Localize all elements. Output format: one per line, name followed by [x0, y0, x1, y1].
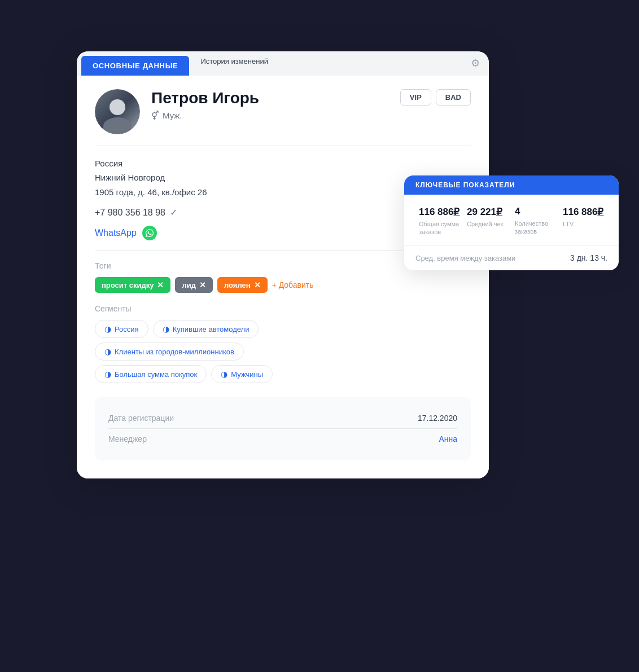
vip-button[interactable]: VIP	[400, 89, 431, 106]
segment-icon: ◑	[104, 324, 111, 333]
tab-header: ОСНОВНЫЕ ДАННЫЕ История изменений ⚙	[77, 51, 489, 76]
tab-basic-data[interactable]: ОСНОВНЫЕ ДАННЫЕ	[81, 56, 189, 76]
tab-history[interactable]: История изменений	[189, 51, 279, 76]
kpi-metrics: 116 886₽ Общая сумма заказов 29 221₽ Сре…	[404, 195, 619, 246]
kpi-total-value: 116 886₽	[419, 206, 460, 218]
kpi-avg-check-label: Средний чек	[467, 220, 508, 228]
vip-bad-buttons: VIP BAD	[400, 89, 471, 106]
kpi-avg-check-value: 29 221₽	[467, 206, 508, 218]
add-tag-button[interactable]: + Добавить	[272, 280, 314, 289]
gender-icon: ⚥	[151, 111, 159, 121]
tag-loyal-text: лоялен	[224, 281, 251, 289]
segment-auto[interactable]: ◑ Купившие автомодели	[153, 320, 259, 338]
info-row-manager: Менеджер Анна	[108, 428, 457, 449]
tag-discount[interactable]: просит скидку ✕	[95, 277, 170, 293]
segment-cities[interactable]: ◑ Клиенты из городов-миллионников	[95, 342, 244, 361]
whatsapp-icon[interactable]	[142, 226, 157, 240]
info-row-regdate: Дата регистрации 17.12.2020	[108, 408, 457, 428]
kpi-avg-time-label: Сред. время между заказами	[415, 254, 515, 262]
bad-button[interactable]: BAD	[436, 89, 471, 106]
avatar-image	[95, 89, 140, 134]
segment-icon-5: ◑	[221, 370, 227, 379]
segment-icon-3: ◑	[104, 347, 111, 356]
kpi-count: 4 Количество заказов	[511, 206, 559, 236]
tag-loyal-close[interactable]: ✕	[254, 280, 261, 289]
kpi-avg-check: 29 221₽ Средний чек	[463, 206, 511, 236]
segments-row-3: ◑ Большая сумма покупок ◑ Мужчины	[95, 365, 471, 383]
kpi-header-title: КЛЮЧЕВЫЕ ПОКАЗАТЕЛИ	[415, 181, 607, 189]
kpi-total-label: Общая сумма заказов	[419, 220, 460, 236]
kpi-count-label: Количество заказов	[515, 219, 556, 236]
manager-value[interactable]: Анна	[439, 434, 457, 443]
profile-gender: ⚥ Муж.	[151, 111, 400, 121]
kpi-ltv-value: 116 886₽	[563, 206, 604, 218]
segment-men[interactable]: ◑ Мужчины	[211, 365, 273, 383]
segment-big-sum[interactable]: ◑ Большая сумма покупок	[95, 365, 207, 383]
kpi-card: КЛЮЧЕВЫЕ ПОКАЗАТЕЛИ 116 886₽ Общая сумма…	[404, 175, 619, 271]
avatar	[95, 89, 140, 134]
profile-section: Петров Игорь ⚥ Муж. VIP BAD	[95, 89, 471, 134]
check-icon: ✓	[170, 207, 177, 218]
tag-lead-close[interactable]: ✕	[199, 280, 206, 289]
tag-discount-text: просит скидку	[102, 281, 154, 289]
kpi-avg-time-value: 3 дн. 13 ч.	[570, 253, 607, 262]
segments-label: Сегменты	[95, 304, 471, 313]
segments-section: Сегменты ◑ Россия ◑ Купившие автомодели …	[95, 304, 471, 383]
kpi-ltv-label: LTV	[563, 220, 604, 228]
segments-row-2: ◑ Клиенты из городов-миллионников	[95, 342, 471, 361]
tag-lead[interactable]: лид ✕	[175, 277, 213, 293]
segment-russia[interactable]: ◑ Россия	[95, 320, 148, 338]
kpi-ltv: 116 886₽ LTV	[559, 206, 607, 236]
reg-date-value: 17.12.2020	[418, 414, 457, 423]
tag-loyal[interactable]: лоялен ✕	[217, 277, 268, 293]
segment-icon-2: ◑	[163, 324, 169, 333]
kpi-avg-row: Сред. время между заказами 3 дн. 13 ч.	[404, 245, 619, 270]
segments-row-1: ◑ Россия ◑ Купившие автомодели	[95, 320, 471, 338]
tag-lead-text: лид	[182, 281, 196, 289]
tag-discount-close[interactable]: ✕	[157, 280, 164, 289]
kpi-count-value: 4	[515, 206, 556, 217]
whatsapp-link[interactable]: WhatsApp	[95, 228, 137, 238]
profile-name: Петров Игорь	[151, 89, 400, 107]
manager-label: Менеджер	[108, 434, 439, 443]
kpi-total: 116 886₽ Общая сумма заказов	[415, 206, 463, 236]
divider-1	[95, 146, 471, 146]
bottom-info-card: Дата регистрации 17.12.2020 Менеджер Анн…	[95, 397, 471, 460]
gear-icon[interactable]: ⚙	[462, 51, 489, 76]
card-body: Петров Игорь ⚥ Муж. VIP BAD Россия Нижни…	[77, 76, 489, 479]
segment-icon-4: ◑	[104, 370, 111, 379]
kpi-header: КЛЮЧЕВЫЕ ПОКАЗАТЕЛИ	[404, 175, 619, 195]
reg-date-label: Дата регистрации	[108, 414, 418, 423]
tags-row: просит скидку ✕ лид ✕ лоялен ✕ + Добавит…	[95, 277, 471, 293]
profile-info: Петров Игорь ⚥ Муж.	[151, 89, 400, 121]
